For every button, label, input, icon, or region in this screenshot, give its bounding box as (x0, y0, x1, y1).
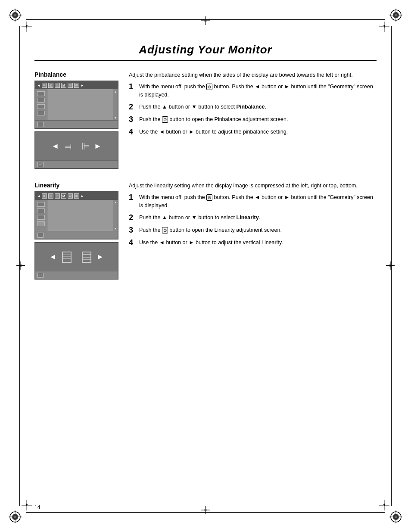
lin-step-text-3: Push the ⊙ button to open the Linearity … (139, 226, 282, 234)
corner-decoration-br (377, 498, 402, 523)
svg-point-13 (395, 14, 397, 16)
toolbar-icon-2b: ◎ (48, 193, 53, 199)
lin-step-number-4: 4 (129, 239, 136, 246)
linearity-instructions: Adjust the linearity setting when the di… (129, 182, 377, 280)
toolbar-icon-4: M (61, 83, 66, 88)
corner-decoration-bl (9, 498, 34, 523)
menu-sidebar-2 (35, 200, 47, 231)
linearity-footer: ↵ (35, 271, 118, 279)
pinbalance-left-arrow: ◄ (51, 142, 59, 151)
scroll-bar-1: ▲ ▼ (113, 89, 118, 120)
footer-icon-2: ↵ (37, 162, 44, 167)
menu-item-icon-2 (37, 98, 45, 103)
menu-item-icon-1 (37, 91, 45, 96)
pinbalance-icon-left: ⫤ (63, 141, 73, 152)
toolbar-icon-6: ⊞ (74, 83, 79, 88)
left-crosshair (16, 261, 25, 271)
menu-item-icon-2b (37, 208, 45, 213)
toolbar-icon-2c: □ (55, 193, 60, 199)
pinbalance-icon-right: ⊫ (81, 141, 90, 152)
menu-item-icon-4 (37, 111, 45, 115)
pinbalance-description: Adjust the pinbalance setting when the s… (129, 71, 377, 79)
linearity-section: Linearity ◄ ⊕ ◎ □ M ⊟ ⊞ ► (34, 182, 377, 280)
linearity-bold: Linearity (237, 215, 259, 221)
pinbalance-instructions: Adjust the pinbalance setting when the s… (129, 71, 377, 169)
scroll-up-2: ▲ (114, 201, 117, 204)
svg-point-24 (14, 516, 16, 518)
linearity-diagrams: Linearity ◄ ⊕ ◎ □ M ⊟ ⊞ ► (34, 182, 118, 280)
lin-step-text-4: Use the ◄ button or ► button to adjust t… (139, 239, 283, 247)
step-number-4: 4 (129, 128, 136, 136)
pinbalance-footer: ↵ (35, 160, 118, 168)
toolbar-icon-2d: M (61, 193, 66, 199)
pinbalance-adjust-screen: ◄ ⫤ ⊫ ► ↵ (34, 131, 118, 169)
step-text-4: Use the ◄ button or ► button to adjust t… (139, 128, 288, 136)
scroll-bar-2: ▲ ▼ (113, 200, 118, 231)
footer-icon-3: ↵ (37, 273, 44, 278)
footer-icon-1 (37, 122, 44, 127)
toolbar-icon-2f: ⊞ (74, 193, 79, 199)
step-text-2: Push the ▲ button or ▼ button to select … (139, 103, 266, 111)
menu-sidebar-1 (35, 89, 47, 120)
toolbar-icon-2: ◎ (48, 83, 53, 88)
menu-item-icon-2a (37, 202, 45, 207)
pinbalance-step-1: 1 With the menu off, push the ⊙ button. … (129, 83, 377, 99)
pinbalance-section: Pinbalance ◄ ⊕ ◎ □ M ⊟ ⊞ ► (34, 71, 377, 169)
menu-body-1: ▲ ▼ (35, 89, 118, 120)
enter-button-ref-3: ⊙ (206, 194, 212, 201)
footer-icon-2a (37, 233, 44, 238)
lin-step-text-1: With the menu off, push the ⊙ button. Pu… (139, 193, 377, 210)
menu-item-icon-3 (37, 104, 45, 109)
menu-body-2: ▲ ▼ (35, 200, 118, 231)
linearity-adjust-screen: ◄ ► ↵ (34, 242, 118, 280)
bottom-crosshair (201, 506, 210, 516)
linearity-step-4: 4 Use the ◄ button or ► button to adjust… (129, 239, 377, 247)
page-number: 14 (34, 504, 40, 510)
enter-button-ref-4: ⊙ (162, 227, 168, 233)
pinbalance-adjust-display: ◄ ⫤ ⊫ ► (35, 132, 118, 160)
toolbar-icon-2a: ⊕ (42, 193, 47, 199)
pinbalance-step-3: 3 Push the ⊙ button to open the Pinbalan… (129, 115, 377, 124)
linearity-title: Linearity (34, 182, 118, 189)
menu-footer-2 (35, 231, 118, 239)
toolbar-icon-5: ⊟ (68, 83, 73, 88)
step-number-3: 3 (129, 115, 136, 123)
pinbalance-title: Pinbalance (34, 71, 118, 78)
linearity-step-1: 1 With the menu off, push the ⊙ button. … (129, 193, 377, 210)
linearity-step-2: 2 Push the ▲ button or ▼ button to selec… (129, 214, 377, 222)
linearity-icon-left (60, 251, 73, 264)
svg-rect-56 (62, 252, 71, 262)
step-text-1: With the menu off, push the ⊙ button. Pu… (139, 83, 377, 99)
pinbalance-menu-screen: ◄ ⊕ ◎ □ M ⊟ ⊞ ► (34, 81, 118, 129)
linearity-step-3: 3 Push the ⊙ button to open the Linearit… (129, 226, 377, 234)
pinbalance-step-2: 2 Push the ▲ button or ▼ button to selec… (129, 103, 377, 111)
svg-point-35 (395, 516, 397, 518)
lin-step-number-3: 3 (129, 226, 136, 234)
pinbalance-diagrams: Pinbalance ◄ ⊕ ◎ □ M ⊟ ⊞ ► (34, 71, 118, 169)
corner-decoration-tl (9, 9, 34, 34)
linearity-icon-right (80, 251, 93, 264)
scroll-down-1: ▼ (114, 116, 117, 119)
page-title: Adjusting Your Monitor (34, 43, 377, 56)
toolbar-icon-1: ⊕ (42, 83, 47, 88)
lin-step-text-2: Push the ▲ button or ▼ button to select … (139, 214, 260, 222)
title-underline (34, 60, 377, 61)
pinbalance-right-arrow: ► (94, 142, 102, 151)
linearity-adjust-display: ◄ ► (35, 243, 118, 271)
pinbalance-step-4: 4 Use the ◄ button or ► button to adjust… (129, 128, 377, 136)
monitor-toolbar-1: ◄ ⊕ ◎ □ M ⊟ ⊞ ► (35, 81, 118, 89)
scroll-down-2: ▼ (114, 227, 117, 230)
top-crosshair (201, 16, 210, 26)
toolbar-icon-2e: ⊟ (68, 193, 73, 199)
step-number-2: 2 (129, 103, 136, 111)
enter-button-ref-2: ⊙ (162, 116, 168, 123)
toolbar-icon-3: □ (55, 83, 60, 88)
linearity-right-arrow: ► (97, 252, 104, 261)
svg-point-2 (14, 14, 16, 16)
step-number-1: 1 (129, 83, 136, 90)
right-crosshair (386, 261, 395, 271)
enter-button-ref-1: ⊙ (206, 84, 212, 90)
lin-step-number-1: 1 (129, 193, 136, 201)
corner-decoration-tr (377, 9, 402, 34)
scroll-up-1: ▲ (114, 90, 117, 93)
